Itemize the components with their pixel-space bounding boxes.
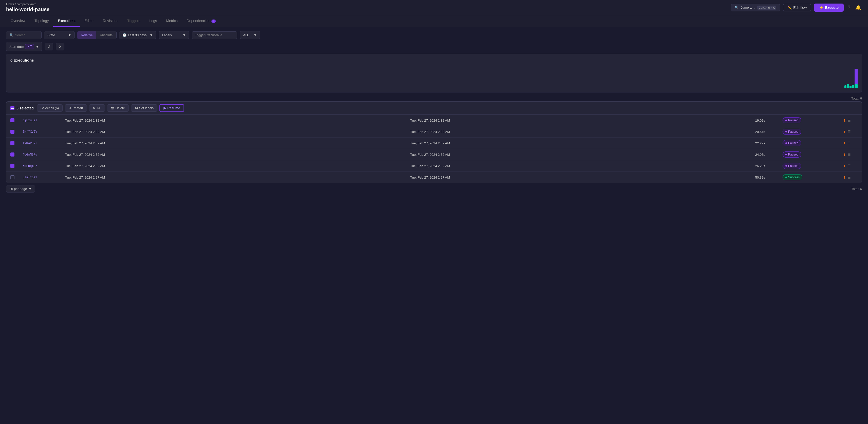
start-date-filter[interactable]: Start date + 7 ▼ (6, 42, 42, 51)
tab-editor[interactable]: Editor (80, 15, 98, 27)
all-select-filter[interactable]: ALL ▼ (240, 31, 260, 39)
tab-topology[interactable]: Topology (30, 15, 53, 27)
executions-table: gjLzu5eT Tue, Feb 27, 2024 2:32 AM Tue, … (6, 115, 862, 183)
start-date-6: Tue, Feb 27, 2024 2:27 AM (65, 175, 408, 179)
jump-to-button[interactable]: 🔍 Jump to... Ctrl/Cmd + K (731, 4, 780, 11)
status-badge-3: Paused (782, 140, 828, 146)
row-menu-icon-6[interactable]: ☰ (847, 175, 858, 179)
execute-icon: ⚡ (819, 6, 824, 10)
header-right: 🔍 Jump to... Ctrl/Cmd + K ✏️ Edit flow ⚡… (731, 4, 862, 12)
count-4: 1 (830, 153, 845, 157)
search-icon: 🔍 (735, 6, 739, 9)
tab-logs[interactable]: Logs (145, 15, 161, 27)
execution-id-3[interactable]: 1VRwPDvl (23, 141, 63, 145)
row-menu-icon-2[interactable]: ☰ (847, 130, 858, 134)
search-icon: 🔍 (9, 33, 13, 37)
total-count-bottom: Total: 6 (851, 187, 862, 191)
kill-button[interactable]: ⊗ Kill (89, 104, 105, 112)
header: Flows / company.team hello-world-pause 🔍… (0, 0, 868, 15)
chevron-down-icon: ▼ (68, 33, 71, 37)
header-left: Flows / company.team hello-world-pause (6, 3, 50, 12)
execution-id-4[interactable]: 4UGmN0Pu (23, 153, 63, 156)
status-badge-1: Paused (782, 117, 828, 123)
row-checkbox-6[interactable] (10, 175, 14, 179)
labels-filter[interactable]: Labels ▼ (159, 31, 189, 39)
resume-button[interactable]: ▶ Resume (159, 104, 184, 112)
tab-executions[interactable]: Executions (53, 15, 80, 27)
breadcrumb: Flows / company.team (6, 3, 50, 6)
table-row: gjLzu5eT Tue, Feb 27, 2024 2:32 AM Tue, … (6, 115, 862, 126)
tab-overview[interactable]: Overview (6, 15, 30, 27)
table-row: 4UGmN0Pu Tue, Feb 27, 2024 2:32 AM Tue, … (6, 149, 862, 160)
absolute-button[interactable]: Absolute (96, 31, 116, 39)
chevron-down-icon: ▼ (35, 45, 39, 48)
execute-button[interactable]: ⚡ Execute (814, 4, 844, 12)
duration-3: 22.27s (755, 141, 780, 145)
select-all-button[interactable]: Select all (6) (37, 104, 63, 112)
per-page-button[interactable]: 25 per page ▼ (6, 185, 35, 193)
start-date-4: Tue, Feb 27, 2024 2:32 AM (65, 153, 408, 157)
set-labels-button[interactable]: 🏷 Set labels (131, 104, 157, 112)
row-menu-icon-1[interactable]: ☰ (847, 118, 858, 122)
restart-icon: ↺ (68, 106, 71, 110)
end-date-3: Tue, Feb 27, 2024 2:32 AM (410, 141, 753, 145)
tab-triggers[interactable]: Triggers (123, 15, 145, 27)
tab-dependencies[interactable]: Dependencies 0 (182, 15, 220, 27)
table-row: 1VRwPDvl Tue, Feb 27, 2024 2:32 AM Tue, … (6, 137, 862, 149)
row-menu-icon-5[interactable]: ☰ (847, 164, 858, 168)
relative-button[interactable]: Relative (77, 31, 96, 39)
chart-bar-success-3 (849, 86, 851, 88)
row-checkbox-5[interactable] (10, 164, 14, 168)
execution-id-6[interactable]: 3TaTf6KY (23, 175, 63, 179)
row-checkbox-3[interactable] (10, 141, 14, 145)
state-filter[interactable]: State ▼ (44, 31, 74, 39)
date-range-filter[interactable]: 🕐 Last 30 days ▼ (119, 31, 156, 39)
row-checkbox-4[interactable] (10, 153, 14, 157)
count-6: 1 (830, 175, 845, 179)
chevron-down-icon: ▼ (183, 33, 186, 37)
delete-button[interactable]: 🗑 Delete (107, 104, 129, 112)
restart-button[interactable]: ↺ Restart (65, 104, 87, 112)
row-menu-icon-4[interactable]: ☰ (847, 153, 858, 157)
search-input[interactable]: 🔍 Search (6, 31, 41, 39)
row-checkbox-1[interactable] (10, 118, 14, 122)
duration-4: 24.05s (755, 153, 780, 157)
notifications-button[interactable]: 🔔 (854, 4, 862, 11)
execution-id-2[interactable]: 3KfYXV2V (23, 130, 63, 133)
label-icon: 🏷 (134, 106, 138, 110)
execution-id-1[interactable]: gjLzu5eT (23, 119, 63, 122)
edit-flow-button[interactable]: ✏️ Edit flow (783, 4, 811, 11)
chevron-down-icon: ▼ (253, 33, 257, 37)
table-row: 3KLnqmpZ Tue, Feb 27, 2024 2:32 AM Tue, … (6, 160, 862, 172)
reset-filters-button[interactable]: ↺ (44, 43, 53, 51)
refresh-button[interactable]: ⟳ (56, 43, 64, 51)
count-1: 1 (830, 119, 845, 122)
table-toolbar: ▬ 5 selected Select all (6) ↺ Restart ⊗ … (6, 101, 862, 115)
help-button[interactable]: ? (847, 4, 851, 11)
tab-revisions[interactable]: Revisions (98, 15, 123, 27)
page-title: hello-world-pause (6, 7, 50, 12)
count-5: 1 (830, 164, 845, 168)
status-badge-5: Paused (782, 163, 828, 169)
tab-metrics[interactable]: Metrics (161, 15, 182, 27)
row-menu-icon-3[interactable]: ☰ (847, 141, 858, 145)
start-date-3: Tue, Feb 27, 2024 2:32 AM (65, 141, 408, 145)
kill-icon: ⊗ (93, 106, 96, 110)
select-all-checkbox[interactable]: ▬ (10, 106, 14, 110)
row-checkbox-2[interactable] (10, 130, 14, 134)
edit-icon: ✏️ (787, 6, 792, 10)
clock-icon: 🕐 (122, 33, 126, 37)
resume-icon: ▶ (163, 106, 166, 110)
executions-chart (10, 65, 858, 88)
count-2: 1 (830, 130, 845, 134)
chart-bar-success-2 (847, 84, 849, 88)
chart-bar-paused (855, 69, 858, 84)
chevron-down-icon: ▼ (28, 187, 32, 191)
end-date-5: Tue, Feb 27, 2024 2:32 AM (410, 164, 753, 168)
table-row: 3KfYXV2V Tue, Feb 27, 2024 2:32 AM Tue, … (6, 126, 862, 137)
duration-6: 50.32s (755, 175, 780, 179)
execution-id-5[interactable]: 3KLnqmpZ (23, 164, 63, 168)
duration-2: 20.64s (755, 130, 780, 134)
table-footer: 25 per page ▼ Total: 6 (6, 185, 862, 193)
count-3: 1 (830, 141, 845, 145)
